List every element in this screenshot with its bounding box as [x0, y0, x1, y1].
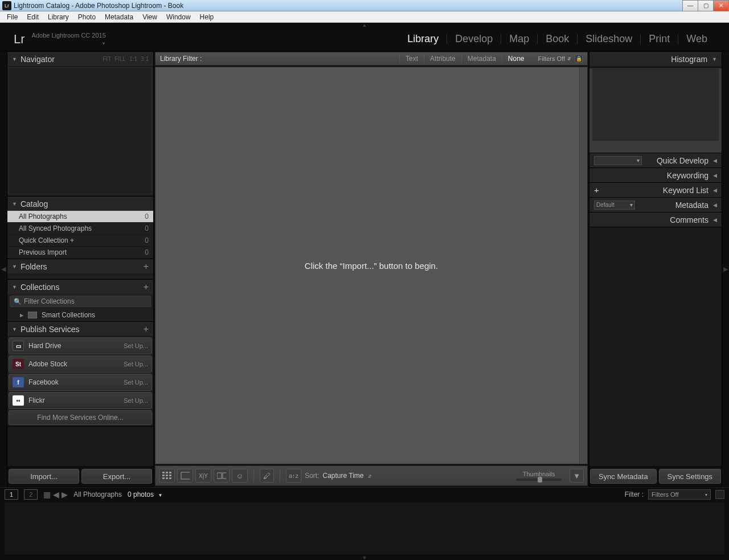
identity-menu-icon[interactable]: ▼: [101, 41, 106, 46]
keywording-title: Keywording: [667, 171, 706, 180]
zoom-3-1[interactable]: 3:1: [141, 56, 149, 62]
module-library[interactable]: Library: [399, 33, 447, 45]
filter-collections-input[interactable]: 🔍 Filter Collections: [10, 296, 151, 307]
filter-metadata[interactable]: Metadata: [461, 55, 502, 63]
grid-scrollbar[interactable]: [579, 67, 587, 464]
publish-service-adobe-stock[interactable]: StAdobe StockSet Up...: [9, 355, 152, 373]
expand-bottom-arrow-icon[interactable]: ▼: [0, 555, 706, 560]
menu-file[interactable]: File: [2, 11, 22, 22]
filters-off-dropdown[interactable]: Filters Off ⇵: [538, 55, 571, 62]
catalog-item[interactable]: All Synced Photographs0: [7, 223, 153, 235]
grid-view[interactable]: Click the “Import...” button to begin.: [155, 67, 588, 464]
setup-link[interactable]: Set Up...: [124, 379, 148, 386]
add-keyword-button[interactable]: +: [594, 185, 599, 195]
chevron-right-icon: ▶: [20, 313, 23, 318]
keyword-list-panel-header[interactable]: + Keyword List ◀: [589, 183, 706, 197]
go-back-icon[interactable]: ◀: [53, 490, 59, 499]
survey-view-button[interactable]: [214, 469, 230, 483]
menu-window[interactable]: Window: [162, 11, 195, 22]
menu-library[interactable]: Library: [43, 11, 73, 22]
folders-panel-header[interactable]: ▼ Folders +: [7, 259, 153, 273]
zoom-1-1[interactable]: 1:1: [129, 56, 137, 62]
filter-attribute[interactable]: Attribute: [424, 55, 461, 63]
filter-none[interactable]: None: [502, 55, 530, 63]
keywording-panel-header[interactable]: Keywording ◀: [589, 168, 706, 182]
module-web[interactable]: Web: [678, 33, 706, 45]
main-window-button[interactable]: 1: [5, 489, 18, 500]
metadata-preset-dropdown[interactable]: Default▾: [594, 201, 635, 210]
grid-view-button[interactable]: [159, 469, 175, 483]
search-icon: 🔍: [14, 298, 22, 305]
expand-top-arrow-icon[interactable]: ▲: [0, 23, 706, 27]
module-slideshow[interactable]: Slideshow: [578, 33, 640, 45]
module-map[interactable]: Map: [501, 33, 537, 45]
filter-text[interactable]: Text: [399, 55, 424, 63]
loupe-view-button[interactable]: [177, 469, 193, 483]
setup-link[interactable]: Set Up...: [124, 342, 148, 349]
navigator-panel-header[interactable]: ▼ Navigator FITFILL1:13:1: [7, 52, 153, 66]
comments-title: Comments: [670, 215, 706, 224]
catalog-panel-header[interactable]: ▼ Catalog: [7, 197, 153, 211]
menu-view[interactable]: View: [138, 11, 162, 22]
grid-shortcut-icon[interactable]: ▦: [43, 490, 51, 499]
right-panel-group: Histogram ▼ ▾ Quick Develop ◀ Keywording…: [589, 51, 706, 487]
sync-metadata-button[interactable]: Sync Metadata: [590, 469, 657, 484]
sort-direction-button[interactable]: a↑z: [286, 469, 301, 483]
filmstrip-filter-dropdown[interactable]: Filters Off▾: [648, 489, 706, 500]
toolbar-menu-button[interactable]: ▼: [570, 469, 584, 483]
module-book[interactable]: Book: [538, 33, 577, 45]
import-button[interactable]: Import...: [9, 469, 79, 484]
filmstrip-source[interactable]: All Photographs: [73, 490, 122, 498]
sort-field-dropdown[interactable]: Capture Time ⇵: [322, 472, 371, 480]
publish-panel-header[interactable]: ▼ Publish Services +: [7, 322, 153, 336]
histogram-panel-header[interactable]: Histogram ▼: [589, 52, 706, 66]
quick-develop-panel-header[interactable]: ▾ Quick Develop ◀: [589, 153, 706, 167]
catalog-item[interactable]: Quick Collection +0: [7, 235, 153, 247]
publish-service-flickr[interactable]: ••FlickrSet Up...: [9, 392, 152, 409]
metadata-panel-header[interactable]: Default▾ Metadata ◀: [589, 198, 706, 212]
minimize-button[interactable]: ―: [682, 0, 698, 11]
second-window-button[interactable]: 2: [24, 489, 38, 500]
filter-lock-icon[interactable]: 🔒: [575, 55, 583, 63]
filmstrip-count[interactable]: 0 photos ▼: [128, 490, 162, 498]
setup-link[interactable]: Set Up...: [124, 397, 148, 404]
add-folder-button[interactable]: +: [144, 261, 149, 272]
compare-view-button[interactable]: X|Y: [195, 469, 211, 483]
menu-help[interactable]: Help: [195, 11, 219, 22]
window-titlebar: Lr Lightroom Catalog - Adobe Photoshop L…: [0, 0, 706, 11]
go-forward-icon[interactable]: ▶: [62, 490, 68, 499]
sort-label: Sort:: [305, 472, 319, 480]
publish-service-hard-drive[interactable]: ▭Hard DriveSet Up...: [9, 337, 152, 354]
find-more-services-button[interactable]: Find More Services Online...: [9, 410, 152, 425]
module-print[interactable]: Print: [641, 33, 678, 45]
menu-edit[interactable]: Edit: [22, 11, 43, 22]
menu-metadata[interactable]: Metadata: [100, 11, 138, 22]
catalog-item[interactable]: Previous Import0: [7, 247, 153, 259]
navigator-preview: [9, 67, 152, 195]
comments-panel-header[interactable]: Comments ◀: [589, 212, 706, 227]
filmstrip-thumbnails[interactable]: [5, 502, 706, 554]
maximize-button[interactable]: ▢: [698, 0, 706, 11]
thumbnail-size-slider[interactable]: [516, 479, 562, 481]
export-button[interactable]: Export...: [81, 469, 152, 484]
collections-panel-header[interactable]: ▼ Collections +: [7, 280, 153, 294]
setup-link[interactable]: Set Up...: [124, 361, 148, 367]
add-publish-button[interactable]: +: [144, 324, 149, 334]
add-collection-button[interactable]: +: [144, 282, 149, 292]
publish-service-facebook[interactable]: fFacebookSet Up...: [9, 374, 152, 391]
zoom-fill[interactable]: FILL: [114, 56, 126, 62]
navigator-title: Navigator: [21, 55, 55, 64]
painter-tool-button[interactable]: 🖊: [260, 469, 274, 483]
quickdev-preset-dropdown[interactable]: ▾: [594, 156, 642, 165]
sync-settings-button[interactable]: Sync Settings: [659, 469, 706, 484]
filmstrip-filter-label: Filter :: [625, 490, 644, 498]
smart-collections-label: Smart Collections: [42, 311, 95, 319]
zoom-fit[interactable]: FIT: [103, 56, 111, 62]
keyword-list-title: Keyword List: [663, 186, 706, 195]
expand-left-arrow-icon[interactable]: ◀: [0, 51, 7, 487]
catalog-item[interactable]: All Photographs0: [7, 211, 153, 223]
menu-photo[interactable]: Photo: [73, 11, 100, 22]
smart-collections-row[interactable]: ▶ Smart Collections: [7, 309, 153, 321]
people-view-button[interactable]: ☺: [232, 469, 248, 483]
module-develop[interactable]: Develop: [447, 33, 501, 45]
